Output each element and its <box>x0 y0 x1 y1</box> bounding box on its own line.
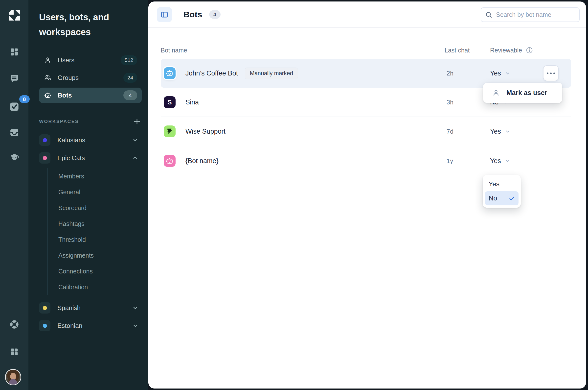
submenu-item-threshold[interactable]: Threshold <box>58 232 142 247</box>
submenu-item-members[interactable]: Members <box>58 168 142 184</box>
help-icon[interactable] <box>6 317 22 331</box>
count-badge: 24 <box>123 73 137 83</box>
reviewable-dropdown-trigger[interactable]: Yes <box>482 157 541 165</box>
user-avatar[interactable] <box>6 370 21 385</box>
search-input[interactable] <box>496 11 575 18</box>
workspace-name: Spanish <box>57 304 81 312</box>
chevron-down-icon <box>132 137 138 143</box>
tasks-icon[interactable]: 8 <box>6 100 22 114</box>
info-icon[interactable] <box>526 47 533 54</box>
main-area: Bots 4 Bot name Last chat Reviewable <box>148 0 588 390</box>
submenu-item-connections[interactable]: Connections <box>58 263 142 279</box>
workspace-item-estonian[interactable]: Estonian <box>39 318 142 334</box>
sidebar-item-label: Bots <box>58 92 72 99</box>
workspace-item-spanish[interactable]: Spanish <box>39 300 142 316</box>
column-bot-name: Bot name <box>161 47 445 54</box>
sidebar-toggle-button[interactable] <box>157 7 172 22</box>
epic-cats-submenu: Members General Scorecard Hashtags Thres… <box>47 168 142 295</box>
reviewable-dropdown-trigger[interactable]: Yes <box>482 70 541 77</box>
row-actions-button[interactable] <box>543 65 559 81</box>
sidebar-item-users[interactable]: Users 512 <box>39 52 142 68</box>
content-card: Bots 4 Bot name Last chat Reviewable <box>148 1 586 389</box>
workspace-tile <box>39 152 50 164</box>
person-icon <box>44 56 51 64</box>
bot-name: Sina <box>185 98 199 106</box>
last-chat-value: 7d <box>445 128 482 135</box>
sidebar-nav: Users 512 Groups 24 Bots 4 <box>39 52 142 103</box>
workspaces-header: WORKSPACES <box>39 117 141 126</box>
notification-badge: 8 <box>19 95 30 103</box>
workspace-dot <box>43 324 47 328</box>
conversations-icon[interactable] <box>6 72 22 86</box>
reviewable-value: Yes <box>490 157 501 165</box>
workspace-item-kalusians[interactable]: Kalusians <box>39 132 142 148</box>
count-badge: 4 <box>123 90 137 100</box>
column-last-chat: Last chat <box>445 47 482 54</box>
submenu-item-hashtags[interactable]: Hashtags <box>58 216 142 232</box>
wise-logo-icon <box>166 128 173 135</box>
bot-name: Wise Support <box>185 128 225 135</box>
workspace-dot <box>43 156 47 160</box>
sidebar-item-label: Groups <box>58 74 79 82</box>
dropdown-option-yes[interactable]: Yes <box>485 177 518 191</box>
check-icon <box>509 195 515 202</box>
robot-icon <box>166 69 174 77</box>
column-reviewable: Reviewable <box>482 47 541 54</box>
workspace-tile <box>39 134 50 146</box>
workspace-name: Kalusians <box>57 136 85 144</box>
workspace-tile <box>39 302 50 314</box>
chevron-down-icon <box>132 323 138 329</box>
column-reviewable-label: Reviewable <box>490 47 522 54</box>
chevron-up-icon <box>132 155 138 161</box>
chevron-down-icon <box>132 305 138 311</box>
people-icon <box>44 74 51 81</box>
apps-grid-icon[interactable] <box>6 345 22 359</box>
inbox-icon[interactable] <box>6 125 22 139</box>
bot-name: John’s Coffee Bot <box>185 70 238 77</box>
workspace-dot <box>43 306 47 310</box>
sidebar-title: Users, bots, and workspaces <box>39 10 142 40</box>
dropdown-option-label: No <box>489 195 497 202</box>
menu-item-mark-as-user[interactable]: Mark as user <box>506 89 547 97</box>
workspace-dot <box>43 138 47 142</box>
table-header-row: Bot name Last chat Reviewable <box>161 28 571 59</box>
chevron-down-icon <box>505 129 510 134</box>
zendesk-logo <box>6 8 22 22</box>
learning-icon[interactable] <box>6 151 22 165</box>
panel-left-icon <box>161 11 168 19</box>
submenu-item-calibration[interactable]: Calibration <box>58 279 142 295</box>
robot-icon <box>166 157 174 165</box>
sidebar-item-groups[interactable]: Groups 24 <box>39 70 142 85</box>
icon-rail: 8 <box>0 0 28 390</box>
add-workspace-button[interactable] <box>133 117 141 126</box>
reviewable-value: Yes <box>490 128 501 135</box>
dropdown-option-no[interactable]: No <box>485 191 518 205</box>
chevron-down-icon <box>505 158 510 164</box>
search-box <box>481 7 580 22</box>
workspace-item-epic-cats[interactable]: Epic Cats <box>39 150 142 166</box>
page-header: Bots 4 <box>148 1 586 28</box>
table-row: Wise Support 7d Yes <box>161 117 571 146</box>
row-context-menu: Mark as user <box>483 83 562 103</box>
workspace-name: Estonian <box>57 322 82 330</box>
reviewable-value: Yes <box>490 70 501 77</box>
bot-name: {Bot name} <box>185 157 219 165</box>
last-chat-value: 1y <box>445 157 482 165</box>
app-root: 8 Users, bots, and workspaces Users 512 <box>0 0 588 390</box>
submenu-item-assignments[interactable]: Assignments <box>58 247 142 263</box>
manually-marked-badge: Manually marked <box>245 68 298 79</box>
last-chat-value: 3h <box>445 99 482 106</box>
last-chat-value: 2h <box>445 70 482 77</box>
submenu-item-general[interactable]: General <box>58 184 142 200</box>
page-title: Bots <box>183 10 202 19</box>
bot-avatar <box>164 67 175 79</box>
sidebar-item-label: Users <box>58 56 74 64</box>
reviewable-dropdown: Yes No <box>483 175 521 208</box>
dashboard-icon[interactable] <box>6 45 22 59</box>
reviewable-dropdown-trigger[interactable]: Yes <box>482 128 541 135</box>
workspace-name: Epic Cats <box>57 154 85 162</box>
sidebar-item-bots[interactable]: Bots 4 <box>39 88 142 103</box>
bot-avatar <box>164 155 175 167</box>
workspace-tile <box>39 320 50 331</box>
submenu-item-scorecard[interactable]: Scorecard <box>58 200 142 216</box>
